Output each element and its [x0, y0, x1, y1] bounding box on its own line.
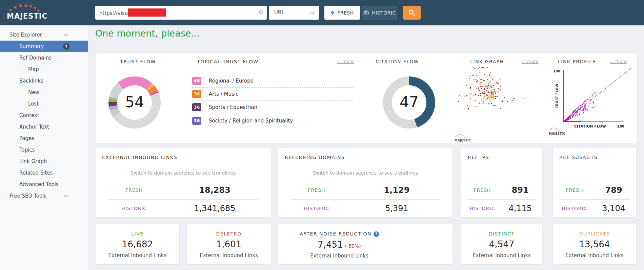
fresh-row: FRESH 891	[461, 184, 542, 197]
historic-value: 3,104	[593, 204, 635, 213]
card-caption: External Inbound Links	[96, 252, 179, 258]
majestic-logo[interactable]: ★ ★ ★ ★ ★ ★ ★ MAJESTIC	[7, 3, 47, 24]
distinct-links-card: DISTINCT 4,547 External Inbound Links	[461, 224, 542, 264]
sidebar-item-map[interactable]: Map	[0, 64, 88, 75]
referring-domains-card: REFERRING DOMAINS Switch to domain searc…	[278, 148, 453, 217]
list-item[interactable]: 46 Regional / Europe	[192, 74, 354, 88]
fresh-value: 891	[500, 185, 540, 195]
sidebar-item-label: Advanced Tools	[19, 181, 59, 187]
historic-row: HISTORIC 1,341,685	[96, 203, 271, 215]
card-value: 16,682	[96, 239, 179, 249]
card-caption: External Inbound Links	[553, 252, 636, 258]
card-title: REFERRING DOMAINS	[285, 155, 345, 160]
chevron-down-icon	[310, 12, 315, 15]
link-profile-more-link[interactable]: ... more	[606, 59, 627, 64]
sidebar-item-lost[interactable]: Lost	[0, 98, 88, 110]
redaction-block	[128, 8, 166, 17]
card-title: REF IPS	[468, 155, 489, 160]
sidebar-item-link-graph[interactable]: Link Graph	[0, 156, 88, 167]
sidebar-item-label: Map	[28, 66, 39, 72]
topic-score-badge: 36	[192, 117, 201, 125]
fresh-index-button[interactable]: FRESH	[324, 6, 360, 20]
fresh-label[interactable]: FRESH	[553, 187, 596, 193]
citation-flow-value: 47	[383, 93, 435, 111]
svg-text:TRUST FLOW: TRUST FLOW	[555, 84, 559, 108]
sidebar-item-related-sites[interactable]: Related Sites	[0, 167, 88, 179]
fresh-label[interactable]: FRESH	[278, 187, 355, 193]
card-label: LIVE	[96, 231, 179, 237]
sidebar-item-label: Summary	[19, 43, 44, 49]
fresh-label[interactable]: FRESH	[461, 187, 503, 193]
duplicate-links-card: DUPLICATE 13,564 External Inbound Links	[552, 224, 637, 264]
divider	[559, 199, 630, 200]
sidebar-item-anchor-text[interactable]: Anchor Text	[0, 121, 88, 133]
sidebar-item-new[interactable]: New	[0, 87, 88, 98]
sidebar-item-site-explorer[interactable]: Site Explorer	[0, 29, 88, 41]
historic-label[interactable]: HISTORIC	[461, 206, 503, 211]
gear-icon[interactable]: ⚙	[258, 9, 263, 16]
historic-index-button[interactable]: HISTORIC	[362, 6, 397, 20]
sidebar-item-context[interactable]: Context	[0, 110, 88, 121]
historic-row: HISTORIC 4,115	[461, 203, 542, 215]
card-caption: External Inbound Links	[461, 252, 542, 258]
sidebar-item-label: New	[28, 89, 39, 95]
sidebar-item-free-seo-tools[interactable]: Free SEO Tools	[0, 190, 88, 202]
page-title: One moment, please...	[95, 28, 200, 39]
svg-text:100: 100	[617, 125, 624, 128]
card-value: 4,547	[461, 239, 542, 249]
sidebar-item-label: Free SEO Tools	[9, 193, 46, 199]
topic-label: Arts / Music	[209, 91, 238, 97]
fresh-row: FRESH 18,283	[96, 184, 271, 197]
topic-label: Society / Religion and Spirituality	[209, 118, 293, 124]
sidebar-item-topics[interactable]: Topics	[0, 144, 88, 156]
help-icon[interactable]: ?	[63, 43, 69, 50]
live-links-card: LIVE 16,682 External Inbound Links	[95, 224, 180, 264]
historic-label[interactable]: HISTORIC	[96, 206, 173, 211]
fresh-value: 789	[593, 185, 635, 195]
topic-label: Sports / Equestrian	[209, 104, 257, 110]
link-profile-chart: 100TRUST FLOWCITATION FLOW100MAJESTIC	[548, 65, 633, 139]
sidebar-item-advanced-tools[interactable]: Advanced Tools	[0, 179, 88, 190]
fresh-row: FRESH 1,129	[278, 184, 452, 197]
fresh-label[interactable]: FRESH	[96, 187, 173, 193]
list-item[interactable]: 36 Arts / Music	[192, 88, 354, 101]
sidebar-item-label: Topics	[19, 147, 35, 153]
link-graph-visualization: MAJESTIC	[453, 66, 526, 143]
search-type-select[interactable]: URL	[269, 6, 319, 20]
historic-label[interactable]: HISTORIC	[553, 206, 596, 211]
link-graph-more-link[interactable]: ... more	[518, 59, 539, 64]
chevron-down-icon	[64, 195, 68, 198]
brand-name: MAJESTIC	[7, 12, 47, 20]
switch-note: Switch to domain searches to see trendli…	[278, 170, 452, 176]
divider	[467, 199, 536, 200]
sidebar-item-pages[interactable]: Pages	[0, 133, 88, 144]
svg-text:MAJESTIC: MAJESTIC	[455, 139, 471, 142]
card-label: DISTINCT	[461, 231, 542, 237]
sidebar-item-summary[interactable]: Summary ?	[0, 41, 88, 52]
topical-trust-flow-list: 46 Regional / Europe 36 Arts / Music 36 …	[192, 74, 354, 127]
link-profile-title: LINK PROFILE	[546, 59, 607, 64]
search-button[interactable]	[403, 6, 421, 20]
sidebar-item-label: Context	[19, 112, 39, 118]
main-content: One moment, please... TRUST FLOW 54 TOPI…	[88, 25, 644, 270]
help-icon[interactable]: ?	[374, 231, 379, 237]
card-value: 13,564	[553, 239, 636, 249]
list-item[interactable]: 36 Sports / Equestrian	[192, 101, 354, 114]
sidebar-item-label: Backlinks	[19, 78, 43, 84]
sidebar: Site Explorer Summary ? Ref Domains Map …	[0, 25, 88, 270]
divider	[108, 199, 258, 200]
url-search-input[interactable]: https://visu ⚙	[95, 6, 267, 20]
svg-text:100: 100	[553, 69, 560, 73]
overview-panel: TRUST FLOW 54 TOPICAL TRUST FLOW ... mor…	[95, 53, 637, 144]
historic-value: 1,341,685	[173, 204, 257, 213]
historic-label[interactable]: HISTORIC	[278, 206, 355, 211]
topical-trust-flow-more-link[interactable]: ... more	[333, 59, 354, 64]
historic-value: 4,115	[500, 204, 540, 213]
card-caption: External Inbound Links	[278, 253, 400, 259]
list-item[interactable]: 36 Society / Religion and Spirituality	[192, 114, 354, 127]
divider	[291, 199, 440, 200]
sidebar-item-ref-domains[interactable]: Ref Domains	[0, 52, 88, 64]
sidebar-item-backlinks[interactable]: Backlinks	[0, 75, 88, 87]
card-label: AFTER NOISE REDUCTION?	[278, 231, 400, 237]
fresh-row: FRESH 789	[553, 184, 636, 197]
